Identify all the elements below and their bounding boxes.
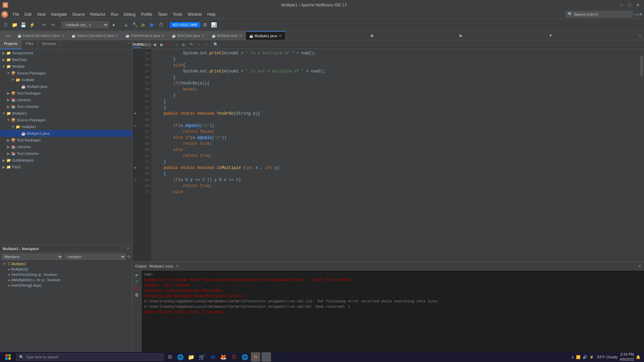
code-content[interactable]: System.out.println(num1 + " is a multipl… — [151, 49, 639, 261]
editor-scrollbar[interactable] — [639, 49, 644, 261]
tab-multiple1-close[interactable]: ✕ — [278, 34, 282, 38]
run-project-btn[interactable]: ▶ — [140, 21, 147, 28]
stop-btn[interactable]: ■ — [134, 285, 140, 291]
menu-window[interactable]: Window — [185, 11, 205, 17]
tree-multiple-java[interactable]: ☕ Multiple.java — [0, 83, 132, 90]
mail-icon[interactable]: ✉ — [208, 352, 217, 362]
menu-navigate[interactable]: Navigate — [48, 11, 69, 17]
step-into[interactable]: ↓ — [195, 41, 202, 48]
tab-barchart-close[interactable]: ✕ — [201, 33, 205, 38]
fwd-btn[interactable]: ▶ — [158, 41, 165, 48]
run-debug-btn[interactable]: ▶ — [149, 21, 156, 28]
navigator-members-dropdown[interactable]: Members — [1, 254, 63, 260]
network-icon[interactable]: 📶 — [576, 355, 581, 359]
tree-multiple1-java[interactable]: ☕ Multiple1.java — [0, 130, 132, 137]
tree-srcpkg2[interactable]: ▼ 📦 Source Packages — [0, 117, 132, 123]
menu-run[interactable]: Run — [108, 11, 121, 17]
clock[interactable]: 3:34 PM 4/9/2022 — [620, 352, 634, 362]
word-icon[interactable]: W — [262, 352, 271, 362]
tree-multiple1[interactable]: ▼ 📁 Multiple1 — [0, 110, 132, 117]
back-btn[interactable]: ◀ — [151, 41, 158, 48]
navigator-config-btn[interactable]: ⚙ — [127, 254, 131, 259]
navigator-main-item[interactable]: ● main(String[] args) — [1, 283, 131, 288]
panel-minimize-btn[interactable]: − — [125, 40, 132, 49]
search-box[interactable]: 🔍 Search (Ctrl+I) — [566, 11, 633, 17]
tb-close-btn[interactable]: ✕ — [639, 12, 643, 17]
tree-oddintergers[interactable]: ▶ 📁 OddIntergers — [0, 157, 132, 164]
navigator-constructor-item[interactable]: ● Multiple1() — [1, 266, 131, 272]
navigator-close-btn[interactable]: ✕ — [126, 246, 129, 251]
battery-icon[interactable]: ⚡ — [589, 355, 594, 359]
tree-assignment1[interactable]: ▶ 📁 Assignment1 — [0, 50, 132, 56]
output-panel-close[interactable]: ✕ — [638, 264, 641, 268]
tree-barchart[interactable]: ▶ 📁 BarChart — [0, 56, 132, 63]
taskbar-search[interactable]: 🔍 Type here to search — [16, 353, 164, 361]
memory-indicator[interactable]: 403.0/592.0MB — [170, 22, 200, 27]
navigator-filter-dropdown[interactable]: <empty> — [64, 254, 126, 260]
tree-testlibs1[interactable]: ▶ 📚 Test Libraries — [0, 103, 132, 110]
redo-btn[interactable]: ↪ — [49, 21, 57, 28]
clean-build-btn[interactable]: 🔨 — [131, 21, 139, 28]
tab-oddintergers-close[interactable]: ✕ — [161, 33, 165, 38]
tree-testpkg1[interactable]: ▶ 📦 Test Packages — [0, 90, 132, 97]
tab-oddintergers[interactable]: ☕ OddIntergers.java ✕ — [122, 31, 168, 40]
tab-barchart[interactable]: ☕ BarChart.java ✕ — [168, 31, 208, 40]
explorer-icon[interactable]: 📁 — [186, 352, 196, 362]
step-out[interactable]: ↑ — [203, 41, 209, 48]
tab-salarycalc2[interactable]: ☕ SalaryCalculator2.java ✕ — [68, 31, 122, 40]
tab-projects[interactable]: Projects — [0, 40, 22, 49]
toggle-bkpt2[interactable]: ○ — [173, 41, 180, 48]
tab-multiple-close[interactable]: ✕ — [239, 33, 242, 38]
menu-help[interactable]: Help — [205, 11, 218, 17]
undo-btn[interactable]: ↩ — [41, 21, 48, 28]
start-button[interactable] — [1, 353, 15, 361]
toggle-bkpt[interactable]: ● — [166, 41, 172, 48]
menu-team[interactable]: Team — [155, 11, 170, 17]
save-btn[interactable]: 💾 — [19, 21, 27, 28]
close-btn[interactable]: ✕ — [636, 2, 641, 8]
tab-services[interactable]: Services — [38, 40, 60, 49]
tree-part2[interactable]: ▶ 📁 Part2 — [0, 164, 132, 170]
task-view-btn[interactable]: ⧉ — [165, 352, 174, 362]
minimize-btn[interactable]: ─ — [620, 2, 625, 8]
db-connect-btn[interactable]: ● — [110, 21, 117, 28]
tb-max-btn[interactable]: □ — [637, 12, 639, 17]
tab-restore[interactable]: □ — [637, 31, 644, 40]
chrome-icon[interactable]: 🌐 — [240, 352, 250, 362]
tab-multiple1[interactable]: ☕ Multiple1.java ✕ — [246, 31, 285, 40]
gutter-fold[interactable]: ▼ — [132, 111, 138, 117]
tree-testlibs2[interactable]: ▶ 📚 Test Libraries — [0, 150, 132, 157]
menu-file[interactable]: File — [10, 11, 22, 17]
output-close-btn[interactable]: ✕ — [176, 264, 179, 268]
step-over[interactable]: ↷ — [188, 41, 195, 48]
new-project-btn[interactable]: 🗋 — [2, 21, 9, 28]
history-tab-btn[interactable]: History — [141, 41, 148, 48]
clear-btn[interactable]: 🗑 — [134, 292, 140, 298]
tab-files[interactable]: Files — [22, 40, 38, 49]
tree-testpkg2[interactable]: ▶ 📦 Test Packages — [0, 137, 132, 143]
menu-edit[interactable]: Edit — [22, 11, 34, 17]
continue-btn[interactable]: ▶ — [180, 41, 187, 48]
notifications-icon[interactable]: 🔔 — [636, 355, 641, 359]
run-profile-btn[interactable]: ⏱ — [157, 21, 165, 28]
office-icon[interactable]: O — [229, 352, 239, 362]
tree-multiple1-pkg[interactable]: ▼ 📂 multiple1 — [0, 123, 132, 130]
tab-salarycalc1-close[interactable]: ✕ — [61, 33, 64, 38]
tab-scroll-left[interactable]: ◀ — [368, 31, 375, 40]
tab-salarycalc1[interactable]: ☕ SalaryCalculator1.java ✕ — [14, 31, 68, 40]
tree-multiple-pkg[interactable]: ▼ 📂 multiple — [0, 76, 132, 83]
menu-tools[interactable]: Tools — [170, 11, 185, 17]
profile-mem-btn[interactable]: 📊 — [210, 21, 218, 28]
gc-btn[interactable]: ♻ — [202, 21, 209, 28]
run-btn[interactable]: ▶ — [134, 272, 140, 278]
tree-multiple[interactable]: ▼ 📁 Multiple — [0, 63, 132, 70]
netbeans-tb-icon[interactable]: N — [251, 352, 260, 362]
tab-va[interactable]: ...va — [0, 31, 14, 40]
save-all-btn[interactable]: ⚡ — [28, 21, 36, 28]
navigator-ismultiple-item[interactable]: ● isMultiple(int x, int y) : boolean — [1, 277, 131, 283]
edge-icon[interactable]: 🌐 — [176, 352, 185, 362]
rerun-btn[interactable]: ↻ — [134, 279, 140, 285]
tab-multiple[interactable]: ☕ Multiple.java ✕ — [208, 31, 246, 40]
menu-debug[interactable]: Debug — [121, 11, 138, 17]
navigator-yesorno-item[interactable]: ● YesOrNo(String a) : boolean — [1, 272, 131, 277]
